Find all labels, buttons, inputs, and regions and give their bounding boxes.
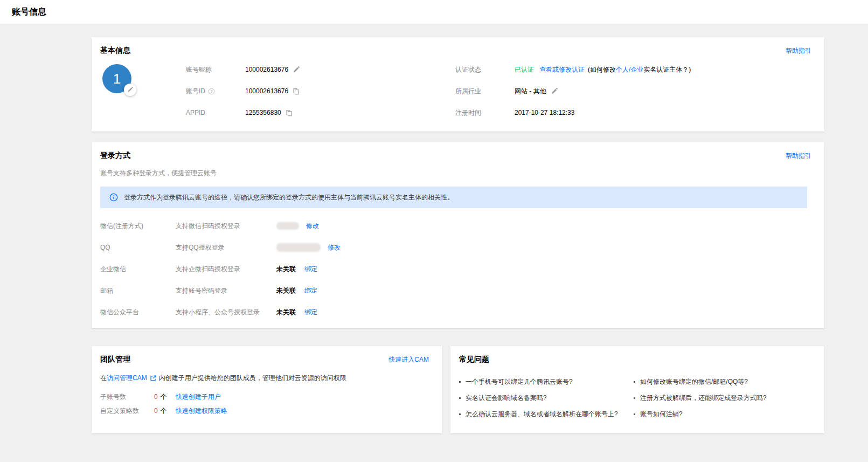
cam-console-link[interactable]: 访问管理CAM [107, 374, 147, 383]
page-title: 账号信息 [12, 6, 46, 18]
edit-nickname-icon[interactable] [293, 66, 300, 73]
login-row-wechat-official: 微信公众平台 支持小程序、公众号授权登录 未关联 绑定 [100, 301, 811, 323]
registration-time-label: 注册时间 [455, 108, 481, 118]
bind-wechat-official-link[interactable]: 绑定 [304, 308, 317, 317]
modify-auth-link[interactable]: 查看或修改认证 [539, 65, 585, 74]
edit-industry-icon[interactable] [551, 88, 558, 95]
faq-item-text: 怎么确认云服务器、域名或者域名解析在哪个账号上? [466, 410, 618, 419]
login-info-banner: 登录方式作为登录腾讯云账号的途径，请确认您所绑定的登录方式的使用主体与当前腾讯云… [100, 187, 807, 208]
bullet-icon [459, 381, 461, 383]
account-id-row: 账号ID ? 100002613676 [186, 80, 455, 102]
sub-account-stat-row: 子账号数 0 个 快速创建子用户 [100, 390, 429, 404]
account-id-label: 账号ID [186, 87, 205, 96]
team-desc-suffix: 内创建子用户提供给您的团队成员，管理他们对云资源的访问权限 [159, 374, 346, 383]
pencil-icon [127, 87, 133, 93]
account-id-value: 100002613676 [245, 87, 288, 95]
auth-status-value: 已认证 [515, 65, 534, 74]
wechat-label: 微信(注册方式) [100, 222, 176, 231]
bullet-icon [459, 397, 461, 399]
bind-wecom-link[interactable]: 绑定 [304, 265, 317, 274]
faq-item-realname-icp[interactable]: 实名认证会影响域名备案吗? [459, 390, 634, 406]
wechat-official-label: 微信公众平台 [100, 308, 176, 317]
bullet-icon [634, 413, 635, 415]
appid-value: 1255356830 [245, 109, 281, 116]
external-link-icon[interactable] [150, 375, 157, 382]
info-circle-icon [109, 193, 118, 202]
faq-item-modify-binding[interactable]: 如何修改账号绑定的微信/邮箱/QQ等? [634, 374, 811, 390]
avatar-edit-button[interactable] [124, 84, 136, 96]
bullet-icon [634, 397, 635, 399]
registration-time-row: 注册时间 2017-10-27 18:12:33 [455, 102, 811, 123]
redacted-wechat-value [276, 222, 299, 230]
faq-item-phone-bind[interactable]: 一个手机号可以绑定几个腾讯云账号? [459, 374, 634, 390]
faq-item-cancel-account[interactable]: 账号如何注销? [634, 406, 811, 422]
faq-card: 常见问题 一个手机号可以绑定几个腾讯云账号? 实名认证会影响域名备案吗? 怎么确… [450, 346, 824, 433]
appid-label: APPID [186, 109, 205, 116]
team-management-card: 团队管理 快速进入CAM 在访问管理CAM 内创建子用户提供给您的团队成员，管理… [92, 346, 442, 433]
create-policy-link[interactable]: 快速创建权限策略 [176, 406, 227, 416]
auth-note-prefix: (如何修改 [588, 65, 616, 74]
question-circle-icon[interactable]: ? [208, 88, 215, 95]
qq-label: QQ [100, 244, 176, 251]
modify-qq-link[interactable]: 修改 [328, 243, 341, 252]
sub-account-unit: 个 [161, 392, 167, 402]
wechat-official-desc: 支持小程序、公众号授权登录 [176, 308, 276, 317]
login-methods-card: 登录方式 帮助指引 账号支持多种登录方式，便捷管理云账号 登录方式作为登录腾讯云… [92, 142, 824, 328]
industry-value: 网站 - 其他 [515, 87, 546, 96]
login-help-link[interactable]: 帮助指引 [786, 151, 811, 161]
industry-label: 所属行业 [455, 87, 481, 96]
bullet-icon [634, 381, 635, 383]
enterprise-auth-link[interactable]: 企业 [630, 65, 643, 74]
wechat-official-status: 未关联 [276, 308, 296, 317]
faq-item-rebind-login[interactable]: 注册方式被解绑后，还能绑定成登录方式吗? [634, 390, 811, 406]
faq-item-text: 账号如何注销? [640, 410, 683, 419]
wechat-desc: 支持微信扫码授权登录 [176, 222, 276, 231]
sub-account-label: 子账号数 [100, 392, 154, 402]
page-header: 账号信息 [0, 0, 868, 24]
registration-time-value: 2017-10-27 18:12:33 [515, 109, 574, 116]
email-status: 未关联 [276, 286, 296, 295]
appid-row: APPID 1255356830 [186, 102, 455, 123]
wecom-desc: 支持企微扫码授权登录 [176, 265, 276, 274]
bind-email-link[interactable]: 绑定 [304, 286, 317, 295]
faq-item-text: 如何修改账号绑定的微信/邮箱/QQ等? [640, 377, 748, 387]
copy-account-id-icon[interactable] [293, 88, 300, 95]
auth-status-label: 认证状态 [455, 65, 481, 74]
custom-policy-count: 0 [154, 407, 158, 415]
email-label: 邮箱 [100, 286, 176, 295]
custom-policy-unit: 个 [161, 406, 167, 416]
faq-item-text: 注册方式被解绑后，还能绑定成登录方式吗? [640, 394, 767, 403]
basic-info-card: 基本信息 帮助指引 1 账号昵称 100002613676 [92, 37, 824, 132]
avatar-text: 1 [113, 71, 121, 87]
personal-auth-link[interactable]: 个人 [616, 65, 629, 74]
email-desc: 支持账号密码登录 [176, 286, 276, 295]
custom-policy-label: 自定义策略数 [100, 406, 154, 416]
faq-item-text: 实名认证会影响域名备案吗? [466, 394, 547, 403]
nickname-row: 账号昵称 100002613676 [186, 59, 455, 80]
create-sub-user-link[interactable]: 快速创建子用户 [176, 392, 221, 402]
copy-appid-icon[interactable] [286, 109, 293, 116]
login-row-email: 邮箱 支持账号密码登录 未关联 绑定 [100, 280, 811, 301]
wecom-label: 企业微信 [100, 265, 176, 274]
team-description: 在访问管理CAM 内创建子用户提供给您的团队成员，管理他们对云资源的访问权限 [100, 374, 429, 383]
login-row-wechat: 微信(注册方式) 支持微信扫码授权登录 修改 [100, 215, 811, 237]
avatar: 1 [102, 64, 131, 93]
modify-wechat-link[interactable]: 修改 [306, 222, 319, 231]
banner-text: 登录方式作为登录腾讯云账号的途径，请确认您所绑定的登录方式的使用主体与当前腾讯云… [124, 193, 454, 202]
industry-row: 所属行业 网站 - 其他 [455, 80, 811, 102]
team-management-title: 团队管理 [100, 355, 130, 364]
qq-desc: 支持QQ授权登录 [176, 243, 276, 252]
faq-item-which-account[interactable]: 怎么确认云服务器、域名或者域名解析在哪个账号上? [459, 406, 634, 422]
auth-note-suffix: 实名认证主体？) [643, 65, 691, 74]
basic-help-link[interactable]: 帮助指引 [786, 46, 811, 56]
sub-account-count: 0 [154, 393, 158, 401]
wecom-status: 未关联 [276, 265, 296, 274]
redacted-qq-value [276, 243, 321, 252]
svg-text:?: ? [210, 88, 212, 93]
bullet-icon [459, 413, 461, 415]
enter-cam-link[interactable]: 快速进入CAM [388, 355, 429, 364]
faq-item-text: 一个手机号可以绑定几个腾讯云账号? [466, 377, 573, 387]
login-methods-subtitle: 账号支持多种登录方式，便捷管理云账号 [100, 169, 811, 178]
team-desc-prefix: 在 [100, 374, 107, 383]
nickname-label: 账号昵称 [186, 65, 212, 74]
